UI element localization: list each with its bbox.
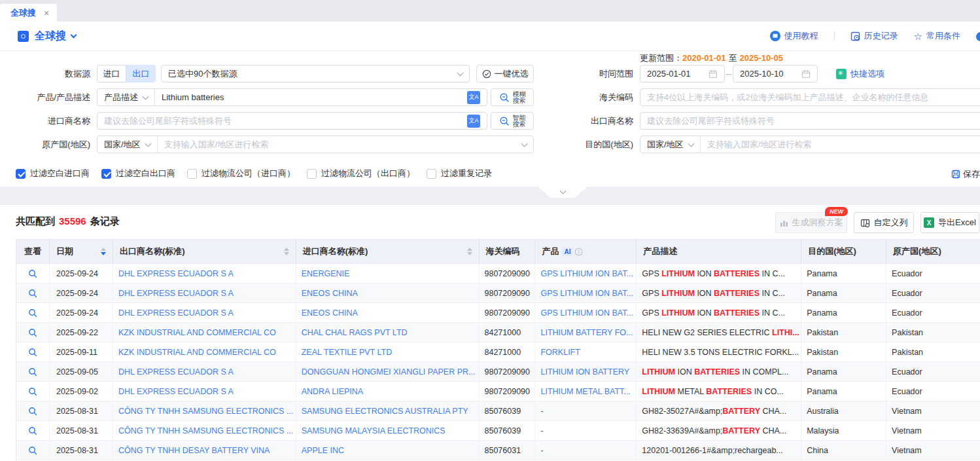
exporter-link[interactable]: KZK INDUSTRIAL AND COMMERCIAL CO (118, 348, 276, 357)
tutorial-link[interactable]: 使用教程 (770, 30, 818, 42)
filter-checkbox-item[interactable]: 过滤物流公司（进口商） (187, 168, 295, 179)
product-link[interactable]: LITHIUM BATTERY FO... (540, 328, 633, 337)
magnifier-icon[interactable] (28, 269, 37, 278)
date-from-input[interactable]: 2025-01-01 (640, 65, 725, 83)
view-cell[interactable] (16, 264, 50, 284)
date-cell: 2025-09-02 (50, 382, 113, 401)
translate-icon[interactable]: 文A (467, 115, 480, 128)
view-cell[interactable] (16, 303, 50, 323)
product-input[interactable]: 产品描述 Lithium batteries 文A (97, 88, 487, 106)
smart-search-button[interactable]: 智能搜索 (491, 112, 534, 130)
magnifier-icon[interactable] (28, 426, 37, 435)
import-toggle[interactable]: 进口 (97, 65, 126, 83)
col-importer[interactable]: 进口商名称(标准) (296, 239, 480, 264)
tab-close-icon[interactable]: × (44, 9, 49, 18)
tab-global-search[interactable]: 全球搜 × (0, 4, 57, 22)
magnifier-icon[interactable] (28, 328, 37, 337)
filter-checkbox-item[interactable]: 过滤物流公司（出口商） (307, 168, 415, 179)
one-key-optimize-button[interactable]: 一键优选 (476, 65, 534, 83)
date-to-input[interactable]: 2025-10-10 (733, 65, 818, 83)
exporter-link[interactable]: DHL EXPRESS ECUADOR S A (118, 269, 234, 278)
exporter-link[interactable]: CÔNG TY TNHH DESAY BATTERY VINA (118, 446, 270, 455)
checkbox[interactable] (187, 169, 197, 179)
magnifier-icon[interactable] (28, 348, 37, 357)
quick-options-link[interactable]: 快捷选项 (836, 65, 884, 83)
datasource-select[interactable]: 已选中90个数据源 (161, 65, 470, 83)
view-cell[interactable] (16, 362, 50, 382)
col-date[interactable]: 日期 (50, 239, 113, 264)
customize-columns-button[interactable]: 自定义列 (854, 212, 914, 233)
checkbox[interactable] (101, 169, 111, 179)
destination-cell: Australia (801, 401, 886, 421)
exporter-link[interactable]: DHL EXPRESS ECUADOR S A (118, 308, 234, 318)
product-link[interactable]: GPS LITHIUM ION BAT... (540, 289, 633, 298)
importer-link[interactable]: ENEOS CHINA (302, 289, 358, 298)
product-link[interactable]: - (540, 446, 543, 455)
exporter-link[interactable]: CÔNG TY TNHH SAMSUNG ELECTRONICS ... (118, 426, 293, 435)
product-link[interactable]: LITHIUM METAL BATT... (540, 387, 630, 396)
view-cell[interactable] (16, 441, 50, 460)
exporter-link[interactable]: CÔNG TY TNHH SAMSUNG ELECTRONICS ... (118, 407, 293, 416)
view-cell[interactable] (16, 284, 50, 303)
importer-link[interactable]: SAMSUNG MALAYSIA ELECTRONICS (302, 426, 446, 435)
importer-link[interactable]: ENEOS CHINA (302, 308, 358, 318)
product-link[interactable]: LITHIUM ION BATTERY (540, 367, 629, 377)
product-link[interactable]: - (540, 426, 543, 435)
history-link[interactable]: 历史记录 (850, 30, 898, 42)
magnifier-icon[interactable] (28, 308, 37, 318)
generate-insight-button[interactable]: 生成洞察方案 NEW (775, 212, 847, 233)
importer-link[interactable]: ANDRA LIEPINA (302, 387, 363, 396)
importer-link[interactable]: DONGGUAN HONGMEI XIANGLI PAPER PR... (302, 367, 476, 377)
chevron-down-icon[interactable] (71, 31, 77, 38)
origin-input[interactable]: 国家/地区 支持输入国家/地区进行检索 (97, 136, 534, 153)
checkbox[interactable] (16, 169, 26, 179)
view-cell[interactable] (16, 421, 50, 441)
hscode-input[interactable]: 支持4位以上海关编码，或2位海关编码加上产品描述、企业名称的任意信息 (640, 88, 980, 106)
product-link[interactable]: FORKLIFT (540, 348, 580, 357)
magnifier-icon[interactable] (28, 407, 37, 416)
export-excel-button[interactable]: X 导出Excel (920, 212, 979, 233)
product-link[interactable]: - (540, 407, 543, 416)
exporter-link[interactable]: DHL EXPRESS ECUADOR S A (118, 289, 234, 298)
exporter-input[interactable]: 建议去除公司尾部字符或特殊符号 (640, 112, 980, 130)
exporter-link[interactable]: DHL EXPRESS ECUADOR S A (118, 387, 234, 396)
filter-checkbox-item[interactable]: 过滤重复记录 (427, 168, 492, 179)
view-cell[interactable] (16, 401, 50, 421)
magnifier-icon[interactable] (28, 387, 37, 396)
checkbox[interactable] (427, 169, 436, 179)
info-icon[interactable] (574, 248, 583, 256)
product-link[interactable]: GPS LITHIUM ION BAT... (540, 269, 633, 278)
checkbox[interactable] (307, 169, 317, 179)
filter-checkbox-item[interactable]: 过滤空白出口商 (101, 168, 175, 179)
collapse-handle[interactable] (538, 187, 587, 198)
view-cell[interactable] (16, 382, 50, 401)
exporter-link[interactable]: KZK INDUSTRIAL AND COMMERCIAL CO (118, 328, 276, 337)
origin-type-select[interactable]: 国家/地区 (104, 136, 158, 153)
importer-link[interactable]: ZEAL TEXTILE PVT LTD (302, 348, 392, 357)
translate-icon[interactable]: 文A (467, 91, 480, 104)
exporter-link[interactable]: DHL EXPRESS ECUADOR S A (118, 367, 234, 377)
fuzzy-search-button[interactable]: 模糊搜索 (491, 88, 534, 106)
view-cell[interactable] (16, 342, 50, 362)
extra-link-icon[interactable] (976, 32, 980, 41)
origin-label: 原产国(地区) (0, 136, 90, 153)
importer-input[interactable]: 建议去除公司尾部字符或特殊符号 文A (97, 112, 487, 130)
destination-type-select[interactable]: 国家/地区 (647, 136, 701, 153)
importer-link[interactable]: ENERGENIE (302, 269, 350, 278)
magnifier-icon[interactable] (28, 289, 37, 298)
filter-checkbox-item[interactable]: 过滤空白进口商 (16, 168, 90, 179)
favorites-link[interactable]: ☆ 常用条件 (914, 30, 960, 42)
export-toggle[interactable]: 出口 (126, 65, 156, 83)
view-cell[interactable] (16, 323, 50, 342)
importer-link[interactable]: APPLE INC (302, 446, 344, 455)
destination-input[interactable]: 国家/地区 支持输入国家/地区进行检索 (640, 136, 980, 153)
save-link[interactable]: 保存 (951, 168, 980, 180)
importer-link[interactable]: CHAL CHAL RAGS PVT LTD (302, 328, 408, 337)
magnifier-icon[interactable] (28, 367, 37, 377)
importer-link[interactable]: SAMSUNG ELECTRONICS AUSTRALIA PTY (302, 407, 468, 416)
product-link[interactable]: GPS LITHIUM ION BAT... (540, 308, 633, 318)
col-exporter[interactable]: 出口商名称(标准) (113, 239, 296, 264)
chevron-down-icon (457, 69, 464, 76)
product-type-select[interactable]: 产品描述 (104, 89, 155, 105)
magnifier-icon[interactable] (28, 446, 37, 455)
